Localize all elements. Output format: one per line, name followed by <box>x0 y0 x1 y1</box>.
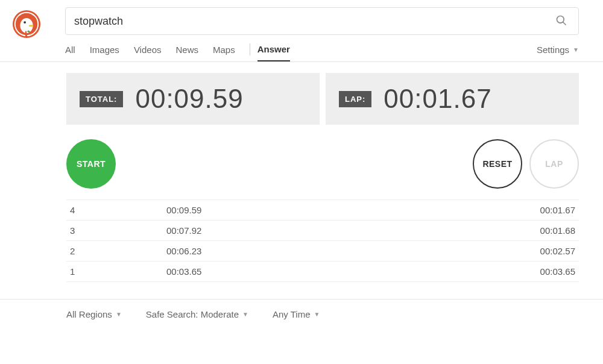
total-panel: TOTAL: 00:09.59 <box>66 73 320 125</box>
settings-menu[interactable]: Settings ▼ <box>537 45 579 61</box>
tab-separator <box>250 43 250 55</box>
search-box <box>65 7 579 35</box>
header: All Images Videos News Maps Answer Setti… <box>0 0 603 61</box>
settings-label: Settings <box>537 45 569 55</box>
total-time: 00:09.59 <box>135 84 243 114</box>
svg-line-6 <box>563 22 566 25</box>
tab-all[interactable]: All <box>65 45 75 61</box>
safesearch-filter[interactable]: Safe Search: Moderate ▼ <box>146 309 248 319</box>
footer-filters: All Regions ▼ Safe Search: Moderate ▼ An… <box>0 299 603 319</box>
lap-split-time: 00:03.65 <box>491 266 575 277</box>
lap-row: 3 00:07.92 00:01.68 <box>66 221 579 241</box>
reset-button[interactable]: RESET <box>473 139 522 189</box>
search-button[interactable] <box>553 12 570 31</box>
tab-videos[interactable]: Videos <box>134 45 162 61</box>
safesearch-label: Safe Search: Moderate <box>146 309 239 319</box>
region-filter[interactable]: All Regions ▼ <box>66 309 122 319</box>
region-label: All Regions <box>66 309 112 319</box>
lap-number: 4 <box>70 205 166 215</box>
caret-down-icon: ▼ <box>242 311 248 318</box>
svg-point-5 <box>557 16 564 23</box>
lap-split-time: 00:01.67 <box>491 205 575 215</box>
nav-tabs: All Images Videos News Maps Answer <box>65 43 305 61</box>
lap-number: 1 <box>70 266 166 277</box>
lap-button[interactable]: LAP <box>529 139 579 189</box>
search-input[interactable] <box>74 15 553 28</box>
time-label: Any Time <box>273 309 311 319</box>
lap-split-time: 00:02.57 <box>491 246 575 256</box>
caret-down-icon: ▼ <box>116 311 122 318</box>
timer-panels: TOTAL: 00:09.59 LAP: 00:01.67 <box>66 73 579 125</box>
search-icon <box>555 14 567 27</box>
tab-news[interactable]: News <box>175 45 198 61</box>
lap-time: 00:01.67 <box>384 84 491 114</box>
lap-number: 3 <box>70 225 166 236</box>
tab-images[interactable]: Images <box>90 45 119 61</box>
lap-total-time: 00:06.23 <box>166 246 491 256</box>
lap-row: 4 00:09.59 00:01.67 <box>66 200 579 221</box>
search-area: All Images Videos News Maps Answer Setti… <box>65 7 603 61</box>
lap-number: 2 <box>70 246 166 256</box>
main-content: TOTAL: 00:09.59 LAP: 00:01.67 START RESE… <box>0 73 603 282</box>
time-filter[interactable]: Any Time ▼ <box>273 309 320 319</box>
lap-row: 2 00:06.23 00:02.57 <box>66 241 579 262</box>
lap-row: 1 00:03.65 00:03.65 <box>66 262 579 282</box>
lap-total-time: 00:03.65 <box>166 266 491 277</box>
tab-answer[interactable]: Answer <box>257 44 290 61</box>
lap-panel: LAP: 00:01.67 <box>326 73 579 125</box>
nav-row: All Images Videos News Maps Answer Setti… <box>65 43 579 61</box>
divider <box>0 61 603 62</box>
lap-list: 4 00:09.59 00:01.67 3 00:07.92 00:01.68 … <box>66 199 579 282</box>
site-logo[interactable] <box>12 10 41 39</box>
svg-point-4 <box>24 21 26 24</box>
tab-maps[interactable]: Maps <box>213 45 235 61</box>
lap-label: LAP: <box>339 91 371 107</box>
lap-split-time: 00:01.68 <box>491 225 575 236</box>
start-button[interactable]: START <box>66 139 116 189</box>
lap-total-time: 00:07.92 <box>166 225 491 236</box>
total-label: TOTAL: <box>80 91 123 107</box>
lap-total-time: 00:09.59 <box>166 205 491 215</box>
caret-down-icon: ▼ <box>314 311 320 318</box>
controls: START RESET LAP <box>66 139 579 189</box>
caret-down-icon: ▼ <box>573 46 579 53</box>
